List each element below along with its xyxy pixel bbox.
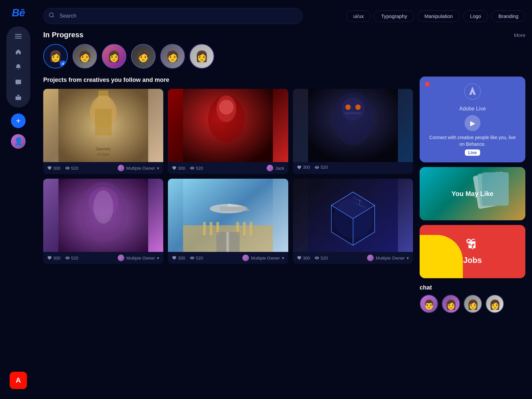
svg-rect-38 (226, 232, 229, 252)
project-stats-5: 300 520 (172, 256, 203, 261)
svg-point-18 (341, 97, 364, 120)
project-owner-2: J Jack (267, 165, 284, 171)
likes-1: 300 (47, 166, 61, 171)
svg-point-25 (93, 190, 113, 224)
you-may-like-text: You May Like (452, 190, 493, 198)
tag-manipulation[interactable]: Manipulation (418, 10, 460, 22)
add-button[interactable]: + (11, 113, 26, 128)
likes-4: 300 (47, 256, 61, 261)
search-bar (43, 8, 303, 24)
owner-avatar-2: J (267, 165, 273, 171)
project-meta-2: 300 520 J Jack (168, 162, 288, 174)
project-stats-2: 300 520 (172, 166, 203, 171)
svg-rect-35 (243, 222, 246, 235)
user-avatar[interactable]: 👤 (11, 134, 26, 149)
svg-rect-21 (344, 112, 361, 114)
search-input[interactable] (43, 8, 303, 24)
sidebar-item-menu[interactable] (12, 30, 24, 42)
project-meta-6: 300 520 M Multiple Owner ▾ (293, 252, 413, 264)
app-logo: Bē (12, 7, 25, 19)
in-progress-avatar-6[interactable]: 👩 (190, 44, 214, 69)
project-card-6[interactable]: 300 520 M Multiple Owner ▾ (293, 179, 413, 264)
in-progress-section: In Progress More 👩 + 🧑 👩 🧑 🧑 (43, 31, 525, 69)
adobe-button[interactable]: A (10, 372, 27, 389)
project-image-5 (168, 179, 288, 252)
views-3: 520 (315, 165, 328, 170)
project-image-4 (43, 179, 163, 252)
project-meta-4: 300 520 M Multiple Owner ▾ (43, 252, 163, 264)
project-card-1[interactable]: Secrets of Egypt 300 520 (43, 89, 163, 174)
svg-point-15 (219, 100, 234, 114)
in-progress-avatar-1[interactable]: 👩 + (43, 44, 68, 69)
in-progress-avatars: 👩 + 🧑 👩 🧑 🧑 👩 (43, 44, 525, 69)
project-card-2[interactable]: 300 520 J Jack (168, 89, 288, 174)
svg-rect-1 (15, 36, 22, 37)
live-dot (425, 82, 430, 87)
chat-avatars: 👨 👩 👩 👩 (420, 295, 525, 313)
owner-avatar-1: M (118, 165, 124, 171)
adobe-live-widget[interactable]: Adobe Live ▶ Connect with creative peopl… (420, 77, 525, 162)
project-meta-5: 300 520 M Multiple Owner ▾ (168, 252, 288, 264)
live-badge: Live (465, 149, 480, 156)
in-progress-more[interactable]: More (514, 32, 525, 38)
header: ui/ux Typography Manipulation Logo Brand… (43, 8, 525, 24)
in-progress-avatar-4[interactable]: 🧑 (131, 44, 156, 69)
svg-rect-7 (95, 109, 112, 135)
tag-filters: ui/ux Typography Manipulation Logo Brand… (346, 10, 525, 22)
in-progress-avatar-2[interactable]: 🧑 (72, 44, 97, 69)
svg-point-19 (345, 104, 350, 110)
project-image-2 (168, 89, 288, 162)
in-progress-title: In Progress (43, 31, 83, 39)
views-4: 520 (65, 256, 78, 261)
svg-rect-51 (482, 172, 509, 206)
content-area: Projects from creatives you follow and m… (43, 77, 525, 392)
adobe-logo-icon (464, 83, 481, 103)
sidebar-item-notifications[interactable] (12, 61, 24, 73)
project-image-3 (293, 89, 413, 162)
svg-point-47 (333, 199, 373, 239)
project-card-4[interactable]: 300 520 M Multiple Owner ▾ (43, 179, 163, 264)
in-progress-avatar-5[interactable]: 🧑 (160, 44, 185, 69)
likes-5: 300 (172, 256, 185, 261)
views-1: 520 (65, 166, 78, 171)
chat-avatar-1[interactable]: 👨 (420, 295, 438, 313)
in-progress-avatar-3[interactable]: 👩 (102, 44, 126, 69)
live-description: Connect with creative people like you, l… (426, 134, 519, 147)
project-card-5[interactable]: 300 520 M Multiple Owner ▾ (168, 179, 288, 264)
chat-section: chat 👨 👩 👩 👩 (420, 283, 525, 314)
project-owner-4: M Multiple Owner ▾ (118, 255, 160, 261)
likes-3: 300 (297, 165, 310, 170)
chat-title: chat (420, 284, 525, 291)
adobe-live-title: Adobe Live (459, 106, 486, 112)
tag-logo[interactable]: Logo (463, 10, 488, 22)
right-sidebar: Adobe Live ▶ Connect with creative peopl… (420, 77, 525, 392)
tag-branding[interactable]: Branding (491, 10, 525, 22)
jobs-widget[interactable]: Jobs (420, 225, 525, 278)
progress-bar (44, 68, 67, 69)
main-content: ui/ux Typography Manipulation Logo Brand… (37, 0, 532, 399)
project-meta-3: 300 520 (293, 162, 413, 172)
likes-6: 300 (297, 256, 310, 261)
svg-line-4 (53, 16, 54, 17)
sidebar-item-briefcase[interactable] (12, 92, 24, 103)
sidebar-item-home[interactable] (12, 46, 24, 58)
owner-avatar-4: M (118, 255, 124, 261)
chat-avatar-3[interactable]: 👩 (464, 295, 482, 313)
chat-avatar-2[interactable]: 👩 (442, 295, 460, 313)
sidebar-item-messages[interactable] (12, 76, 24, 88)
play-button[interactable]: ▶ (465, 115, 480, 131)
project-stats-3: 300 520 (297, 165, 328, 170)
jobs-icon (466, 238, 478, 253)
project-owner-1: M Multiple Owner ▾ (118, 165, 160, 171)
project-stats-4: 300 520 (47, 256, 78, 261)
owner-avatar-5: M (242, 255, 249, 261)
tag-uiux[interactable]: ui/ux (346, 10, 371, 22)
in-progress-header: In Progress More (43, 31, 525, 39)
views-2: 520 (190, 166, 203, 171)
chat-avatar-4[interactable]: 👩 (485, 295, 504, 313)
tag-typography[interactable]: Typography (374, 10, 414, 22)
you-may-like-widget[interactable]: You May Like (420, 167, 525, 220)
project-card-3[interactable]: 300 520 (293, 89, 413, 174)
projects-area: Projects from creatives you follow and m… (43, 77, 413, 392)
svg-rect-9 (98, 91, 108, 96)
